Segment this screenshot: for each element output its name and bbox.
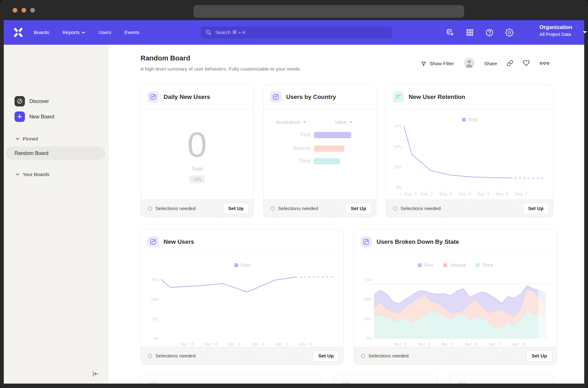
board-item-label: Random Board: [14, 151, 49, 156]
row-label: First: [272, 132, 310, 138]
setup-button[interactable]: Set Up: [345, 203, 372, 214]
caret-down-icon: [349, 121, 353, 123]
chevron-down-icon: [16, 173, 20, 176]
svg-text:Apr 3: Apr 3: [182, 342, 194, 346]
search-icon: [206, 30, 211, 35]
svg-text:Day 5: Day 5: [477, 191, 490, 196]
apps-grid-icon[interactable]: [466, 28, 474, 37]
svg-text:0%: 0%: [396, 185, 401, 190]
card-daily-new-users: Daily New Users 0 Total ↑0% Selections n…: [141, 84, 254, 217]
nav-item-users[interactable]: Users: [98, 30, 111, 35]
heart-icon: [523, 60, 530, 66]
svg-text:50%: 50%: [151, 297, 159, 302]
nav-item-reports[interactable]: Reports: [62, 30, 85, 35]
sidebar-item-random-board[interactable]: Random Board: [6, 146, 105, 160]
row-bar: [314, 146, 344, 152]
status-circle-icon: [270, 206, 275, 211]
metric-label: Total: [141, 166, 253, 172]
avatar[interactable]: [464, 57, 475, 70]
section-label: Pinned: [23, 136, 38, 142]
status-circle-icon: [361, 354, 365, 358]
breakdown-label: Breakdown: [276, 119, 301, 125]
svg-text:Apr 4: Apr 4: [205, 342, 217, 346]
svg-text:Apr 3: Apr 3: [395, 342, 407, 346]
copy-link-button[interactable]: [507, 60, 513, 68]
sidebar-section-pinned[interactable]: Pinned: [16, 136, 38, 142]
show-filter-button[interactable]: Show Filter: [421, 61, 454, 67]
search-placeholder: Search ⌘ + K: [215, 30, 246, 35]
svg-text:Apr 7: Apr 7: [489, 342, 501, 346]
svg-text:50%: 50%: [364, 297, 372, 302]
breakdown-dropdown[interactable]: Breakdown: [276, 119, 306, 125]
chevron-down-icon: [82, 31, 85, 34]
row-bar: [314, 132, 351, 138]
status-circle-icon: [148, 206, 152, 211]
row-bar: [314, 158, 340, 164]
share-label: Share: [484, 61, 497, 66]
url-bar[interactable]: [193, 5, 464, 18]
sidebar-item-label: New Board: [29, 114, 54, 120]
setup-button[interactable]: Set Up: [313, 350, 339, 362]
metric-value: 0: [141, 127, 253, 163]
card-title: Users by Country: [286, 94, 336, 100]
svg-text:Apr 7: Apr 7: [276, 342, 288, 346]
data-management-icon[interactable]: [446, 28, 454, 37]
main-content: Random Board A high-level summary of use…: [109, 45, 584, 384]
svg-text:Apr 4: Apr 4: [418, 342, 430, 346]
nav-item-boards[interactable]: Boards: [34, 30, 49, 35]
card-footer: Selections needed Set Up: [354, 347, 557, 364]
svg-text:25%: 25%: [394, 165, 401, 169]
mixpanel-logo[interactable]: [13, 27, 24, 38]
share-button[interactable]: Share: [484, 61, 497, 66]
window-titlebar: [0, 0, 588, 20]
setup-button[interactable]: Set Up: [223, 203, 249, 214]
discover-icon: [14, 96, 25, 106]
window-control-zoom[interactable]: [30, 8, 35, 13]
svg-text:Day 6: Day 6: [496, 191, 509, 196]
status-text: Selections needed: [278, 206, 318, 211]
metric-delta-badge: ↑0%: [189, 175, 205, 183]
svg-text:Apr 5: Apr 5: [228, 342, 241, 346]
line-chart-icon: [270, 91, 281, 103]
svg-text:Day 7: Day 7: [515, 191, 527, 196]
setup-button[interactable]: Set Up: [523, 203, 549, 214]
link-icon: [507, 60, 513, 66]
org-subtitle: All Project Data: [539, 32, 581, 37]
state-stacked-chart: 75%50%25%0%Apr 3Apr 4Apr 5Apr 6Apr 7Apr …: [354, 230, 557, 347]
svg-text:75%: 75%: [364, 277, 372, 282]
page-title: Random Board: [141, 54, 190, 62]
card-footer: Selections needed Set Up: [386, 199, 553, 217]
more-options-button[interactable]: [539, 61, 550, 66]
svg-text:Apr 5: Apr 5: [441, 342, 454, 346]
app-window: Boards Reports Users Events Search ⌘ + K: [0, 0, 588, 388]
global-search-input[interactable]: Search ⌘ + K: [201, 26, 392, 38]
svg-text:Day 3: Day 3: [440, 191, 452, 196]
line-chart-icon: [147, 91, 159, 103]
chevron-down-icon: [583, 31, 587, 33]
sidebar-section-your-boards[interactable]: Your Boards: [16, 172, 49, 177]
show-filter-label: Show Filter: [429, 61, 454, 66]
ellipsis-icon: [539, 61, 550, 65]
collapse-sidebar-button[interactable]: [92, 370, 99, 379]
nav-item-label: Users: [98, 30, 111, 35]
settings-gear-icon[interactable]: [505, 28, 514, 37]
window-control-close[interactable]: [13, 8, 17, 13]
section-label: Your Boards: [23, 172, 49, 177]
svg-text:< Day 1: < Day 1: [400, 191, 417, 196]
setup-button[interactable]: Set Up: [526, 350, 552, 362]
sidebar-footer: [4, 363, 109, 384]
nav-item-events[interactable]: Events: [124, 30, 139, 35]
caret-down-icon: [303, 121, 306, 123]
svg-text:Apr 8: Apr 8: [299, 342, 312, 346]
card-footer: Selections needed Set Up: [141, 347, 343, 364]
value-dropdown[interactable]: Value: [335, 119, 353, 125]
sidebar-item-new-board[interactable]: New Board: [14, 111, 54, 122]
favorite-button[interactable]: [523, 60, 530, 68]
status-text: Selections needed: [401, 206, 441, 211]
svg-text:Apr 6: Apr 6: [465, 342, 477, 346]
sidebar-item-discover[interactable]: Discover: [14, 96, 49, 106]
value-label: Value: [335, 119, 347, 125]
org-switcher[interactable]: Organization All Project Data: [539, 24, 581, 41]
help-icon[interactable]: [485, 28, 494, 37]
window-control-minimize[interactable]: [21, 8, 26, 13]
